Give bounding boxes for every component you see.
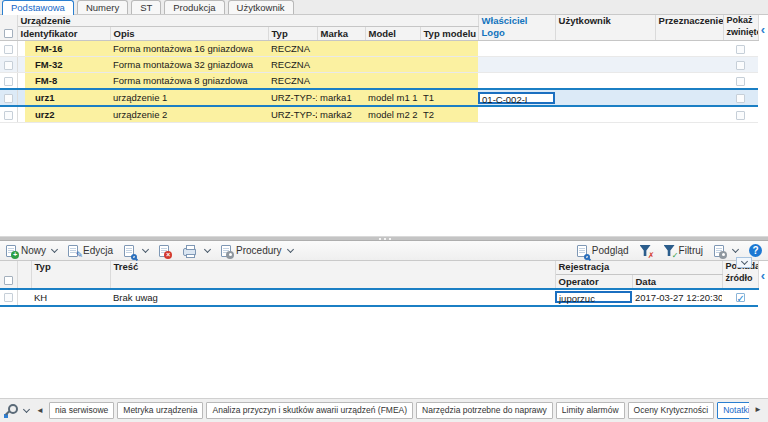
cell-model[interactable]: model m1 1 xyxy=(365,89,420,106)
cell-wlasciciel[interactable] xyxy=(478,41,555,57)
tab-metryka-urzadzenia[interactable]: Metryka urządzenia xyxy=(117,402,203,419)
cell-wlasciciel[interactable]: 01-C-002-I xyxy=(478,89,555,106)
focused-cell-operator[interactable]: juporzuc xyxy=(555,291,632,303)
cell-opis[interactable]: Forma montażowa 16 gniazdowa xyxy=(110,41,268,57)
cell-marka[interactable] xyxy=(317,57,365,73)
cell-typ-modelu[interactable] xyxy=(420,57,478,73)
cell-typ-modelu[interactable] xyxy=(420,73,478,90)
cell-identyfikator[interactable]: urz2 xyxy=(25,106,110,123)
cell-uzytkownik[interactable] xyxy=(555,57,655,73)
row-checkbox[interactable] xyxy=(4,61,13,70)
cell-marka[interactable]: marka1 xyxy=(317,89,365,106)
cell-typ[interactable]: URZ-TYP-2 xyxy=(268,106,317,123)
chevron-down-icon[interactable] xyxy=(204,246,211,253)
pokaz-zwiniete-checkbox[interactable] xyxy=(736,61,745,70)
cell-pokaz-zwiniete[interactable] xyxy=(723,73,758,90)
edit-button[interactable]: Edycja xyxy=(68,245,115,257)
cell-model[interactable]: model m2 2 xyxy=(365,106,420,123)
select-all-header-cell[interactable] xyxy=(0,15,17,41)
tab-fmea[interactable]: Analiza przyczyn i skutków awarii urządz… xyxy=(206,402,413,419)
column-header-typ[interactable]: Typ xyxy=(268,27,317,41)
column-header-pokaz-zwiniete[interactable]: Pokaż zwinięte xyxy=(723,15,758,41)
row-select-cell[interactable] xyxy=(0,289,17,306)
cell-przeznaczenie[interactable] xyxy=(655,57,723,73)
table-row-urz2[interactable]: urz2 urządzenie 2 URZ-TYP-2 marka2 model… xyxy=(0,106,758,123)
cell-wlasciciel[interactable] xyxy=(478,73,555,90)
tab-oceny-krytycznosci[interactable]: Oceny Krytyczności xyxy=(628,402,715,419)
cell-przeznaczenie[interactable] xyxy=(655,106,723,123)
table-row-urz1-selected[interactable]: urz1 urządzenie 1 URZ-TYP-1 marka1 model… xyxy=(0,89,758,106)
row-select-cell[interactable] xyxy=(0,57,17,73)
clear-filter-button[interactable] xyxy=(640,245,655,256)
select-all-header-cell[interactable] xyxy=(0,261,17,289)
tab-podstawowa[interactable]: Podstawowa xyxy=(2,0,74,15)
cell-pokaz-zwiniete[interactable] xyxy=(723,41,758,57)
cell-typ[interactable]: KH xyxy=(31,289,110,306)
cell-uzytkownik[interactable] xyxy=(555,41,655,57)
cell-posiada-zrodlo[interactable] xyxy=(722,289,758,306)
scroll-tabs-right-icon[interactable] xyxy=(754,405,762,414)
column-header-identyfikator[interactable]: Identyfikator xyxy=(17,27,110,41)
procedures-button[interactable]: Procedury xyxy=(221,245,295,257)
column-header-data[interactable]: Data xyxy=(632,274,722,289)
chevron-down-icon[interactable] xyxy=(287,246,294,253)
row-checkbox[interactable] xyxy=(4,94,13,103)
cell-marka[interactable] xyxy=(317,73,365,90)
chevron-down-icon[interactable] xyxy=(142,246,149,253)
cell-przeznaczenie[interactable] xyxy=(655,41,723,57)
column-header-marka[interactable]: Marka xyxy=(317,27,365,41)
column-header-operator[interactable]: Operator xyxy=(555,274,632,289)
cell-marka[interactable] xyxy=(317,41,365,57)
cell-tresc[interactable]: Brak uwag xyxy=(110,289,555,306)
cell-wlasciciel[interactable] xyxy=(478,106,555,123)
table-row-kh-selected[interactable]: KH Brak uwag juporzuc 2017-03-27 12:20:3… xyxy=(0,289,758,306)
row-select-cell[interactable] xyxy=(0,106,17,123)
column-header-wlasciciel[interactable]: Właściciel xyxy=(482,15,552,26)
chevron-down-icon[interactable] xyxy=(23,406,30,413)
chevron-down-icon[interactable] xyxy=(732,246,739,253)
column-header-wlasciciel-logo[interactable]: Właściciel Logo xyxy=(478,15,555,41)
cell-opis[interactable]: urządzenie 1 xyxy=(110,89,268,106)
row-checkbox[interactable] xyxy=(4,293,13,302)
view-record-button[interactable] xyxy=(124,245,150,257)
pokaz-zwiniete-checkbox[interactable] xyxy=(736,45,745,54)
cell-opis[interactable]: urządzenie 2 xyxy=(110,106,268,123)
cell-model[interactable] xyxy=(365,57,420,73)
table-row-fm32[interactable]: FM-32 Forma montażowa 32 gniazdowa RECZN… xyxy=(0,57,758,73)
focused-cell-wlasciciel[interactable]: 01-C-002-I xyxy=(478,92,555,104)
column-header-typ[interactable]: Typ xyxy=(31,261,110,289)
pokaz-zwiniete-checkbox[interactable] xyxy=(736,111,745,120)
cell-identyfikator[interactable]: FM-16 xyxy=(25,41,110,57)
cell-typ[interactable]: RECZNA xyxy=(268,73,317,90)
row-select-cell[interactable] xyxy=(0,41,17,57)
column-header-uzytkownik[interactable]: Użytkownik xyxy=(555,15,655,41)
column-header-przeznaczenie[interactable]: Przeznaczenie xyxy=(655,15,723,41)
cell-opis[interactable]: Forma montażowa 32 gniazdowa xyxy=(110,57,268,73)
table-row-fm8[interactable]: FM-8 Forma montażowa 8 gniazdowa RECZNA xyxy=(0,73,758,90)
grid-options-open-indicator[interactable] xyxy=(736,257,752,268)
row-select-cell[interactable] xyxy=(0,73,17,90)
cell-typ[interactable]: RECZNA xyxy=(268,41,317,57)
cell-typ[interactable]: RECZNA xyxy=(268,57,317,73)
preview-button[interactable]: Podgląd xyxy=(577,245,631,257)
cell-typ-modelu[interactable]: T1 xyxy=(420,89,478,106)
cell-model[interactable] xyxy=(365,41,420,57)
column-header-opis[interactable]: Opis xyxy=(110,27,268,41)
row-select-cell[interactable] xyxy=(0,89,17,106)
cell-przeznaczenie[interactable] xyxy=(655,73,723,90)
table-row-fm16[interactable]: FM-16 Forma montażowa 16 gniazdowa RECZN… xyxy=(0,41,758,57)
cell-pokaz-zwiniete[interactable] xyxy=(723,89,758,106)
grid-options-button[interactable] xyxy=(714,245,740,257)
column-header-logo[interactable]: Logo xyxy=(482,26,552,39)
tab-notatki[interactable]: Notatki xyxy=(717,402,749,419)
collapse-left-icon[interactable] xyxy=(761,23,765,36)
new-button[interactable]: Nowy xyxy=(6,245,59,257)
chevron-down-icon[interactable] xyxy=(51,246,58,253)
cell-opis[interactable]: Forma montażowa 8 gniazdowa xyxy=(110,73,268,90)
column-header-model[interactable]: Model xyxy=(365,27,420,41)
tab-serwisowe[interactable]: nia serwisowe xyxy=(49,402,114,419)
posiada-zrodlo-checkbox[interactable] xyxy=(736,293,745,302)
cell-wlasciciel[interactable] xyxy=(478,57,555,73)
cell-pokaz-zwiniete[interactable] xyxy=(723,106,758,123)
cell-uzytkownik[interactable] xyxy=(555,106,655,123)
